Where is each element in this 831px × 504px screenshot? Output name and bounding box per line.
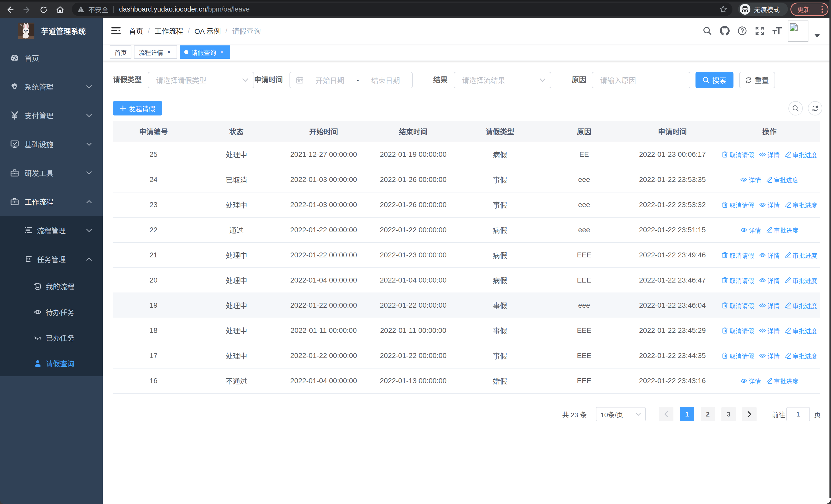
approval-progress-link[interactable]: 审批进度 bbox=[785, 276, 817, 285]
approval-progress-link[interactable]: 审批进度 bbox=[766, 377, 798, 385]
toggle-search-button[interactable] bbox=[789, 101, 803, 116]
table-row[interactable]: 25 处理中 2021-12-27 00:00:00 2022-01-19 00… bbox=[113, 142, 820, 167]
browser-forward-button[interactable] bbox=[20, 2, 34, 18]
detail-link[interactable]: 详情 bbox=[759, 251, 780, 260]
url-text: dashboard.yudao.iocoder.cn/bpm/oa/leave bbox=[119, 5, 250, 13]
approval-progress-link[interactable]: 审批进度 bbox=[785, 150, 817, 159]
font-size-button[interactable] bbox=[768, 18, 786, 43]
tag-process-detail[interactable]: 流程详情× bbox=[134, 46, 177, 59]
browser-update-button[interactable]: 更新 bbox=[791, 3, 828, 16]
detail-link[interactable]: 详情 bbox=[759, 200, 780, 209]
refresh-table-button[interactable] bbox=[808, 101, 822, 116]
approval-progress-link[interactable]: 审批进度 bbox=[785, 200, 817, 209]
approval-progress-link[interactable]: 审批进度 bbox=[785, 351, 817, 360]
sidebar-item-task-mgmt[interactable]: 任务管理 bbox=[0, 245, 103, 273]
detail-link[interactable]: 详情 bbox=[759, 326, 780, 335]
page-button-2[interactable]: 2 bbox=[700, 407, 715, 421]
sidebar-item-todo-tasks[interactable]: 待办任务 bbox=[0, 299, 103, 325]
close-icon[interactable]: × bbox=[165, 49, 172, 56]
apply-time-range-picker[interactable]: 开始日期 - 结束日期 bbox=[289, 72, 413, 88]
detail-link[interactable]: 详情 bbox=[740, 226, 761, 235]
cell-reason: eee bbox=[542, 167, 626, 192]
create-leave-button[interactable]: 发起请假 bbox=[113, 101, 162, 116]
detail-link[interactable]: 详情 bbox=[759, 351, 780, 360]
page-button-3[interactable]: 3 bbox=[721, 407, 736, 421]
cancel-leave-link[interactable]: 取消请假 bbox=[722, 150, 754, 159]
cancel-leave-link[interactable]: 取消请假 bbox=[722, 251, 754, 260]
tag-home[interactable]: 首页 bbox=[110, 46, 132, 59]
approval-progress-link[interactable]: 审批进度 bbox=[785, 301, 817, 310]
user-avatar-menu[interactable] bbox=[786, 18, 816, 43]
sidebar-item-infrastructure[interactable]: 基础设施 bbox=[0, 130, 103, 158]
github-link[interactable] bbox=[716, 18, 734, 43]
page-button-1[interactable]: 1 bbox=[680, 407, 694, 421]
date-range-separator: - bbox=[356, 76, 359, 84]
cancel-leave-link[interactable]: 取消请假 bbox=[722, 351, 754, 360]
detail-link[interactable]: 详情 bbox=[740, 377, 761, 385]
sidebar-item-process-mgmt[interactable]: 流程管理 bbox=[0, 216, 103, 245]
page-size-select[interactable]: 10条/页 bbox=[596, 407, 646, 421]
detail-link[interactable]: 详情 bbox=[740, 175, 761, 184]
breadcrumb-item[interactable]: 首页 bbox=[129, 26, 143, 36]
cancel-leave-link[interactable]: 取消请假 bbox=[722, 200, 754, 209]
address-bar[interactable]: 不安全 dashboard.yudao.iocoder.cn/bpm/oa/le… bbox=[72, 3, 733, 16]
sidebar-item-payment[interactable]: 支付管理 bbox=[0, 101, 103, 130]
table-row[interactable]: 18 处理中 2022-01-11 00:00:00 2022-01-11 00… bbox=[113, 318, 820, 343]
table-row[interactable]: 22 通过 2022-01-22 00:00:00 2022-01-22 00:… bbox=[113, 217, 820, 243]
browser-back-button[interactable] bbox=[3, 2, 18, 18]
window-top-edge bbox=[0, 0, 831, 2]
result-select[interactable]: 请选择流结果 bbox=[454, 72, 551, 88]
browser-home-button[interactable] bbox=[53, 2, 67, 18]
sidebar-item-devtools[interactable]: 研发工具 bbox=[0, 158, 103, 187]
detail-link[interactable]: 详情 bbox=[759, 301, 780, 310]
breadcrumb-item[interactable]: OA 示例 bbox=[195, 26, 221, 36]
sidebar-item-my-process[interactable]: 我的流程 bbox=[0, 273, 103, 299]
table-row[interactable]: 17 处理中 2022-01-22 00:00:00 2022-01-22 00… bbox=[113, 343, 820, 368]
date-start-placeholder[interactable]: 开始日期 bbox=[303, 75, 356, 85]
table-row[interactable]: 19 处理中 2022-01-22 00:00:00 2022-01-22 00… bbox=[113, 293, 820, 318]
close-icon[interactable]: × bbox=[218, 49, 225, 56]
browser-reload-button[interactable] bbox=[36, 2, 51, 18]
table-row[interactable]: 16 不通过 2022-01-04 00:00:00 2022-01-13 00… bbox=[113, 368, 820, 394]
sidebar-item-system[interactable]: 系统管理 bbox=[0, 72, 103, 101]
sidebar-logo[interactable]: 芋道管理系统 bbox=[0, 18, 103, 43]
approval-progress-label: 审批进度 bbox=[774, 377, 798, 385]
goto-page-input[interactable]: 1 bbox=[786, 407, 810, 421]
sidebar-item-done-tasks[interactable]: 已办任务 bbox=[0, 325, 103, 351]
cancel-leave-link[interactable]: 取消请假 bbox=[722, 326, 754, 335]
next-page-button[interactable] bbox=[742, 407, 756, 421]
browser-menu-icon[interactable] bbox=[822, 6, 823, 13]
approval-progress-link[interactable]: 审批进度 bbox=[785, 251, 817, 260]
sidebar-item-home[interactable]: 首页 bbox=[0, 43, 103, 72]
approval-progress-link[interactable]: 审批进度 bbox=[766, 226, 798, 235]
trash-icon bbox=[722, 202, 728, 208]
leave-type-select[interactable]: 请选择请假类型 bbox=[148, 72, 254, 88]
detail-link[interactable]: 详情 bbox=[759, 276, 780, 285]
cancel-leave-label: 取消请假 bbox=[729, 326, 754, 335]
bookmark-star-icon[interactable] bbox=[719, 5, 727, 13]
date-end-placeholder[interactable]: 结束日期 bbox=[359, 75, 412, 85]
help-button[interactable] bbox=[734, 18, 751, 43]
table-row[interactable]: 24 已取消 2022-01-03 00:00:00 2022-01-26 00… bbox=[113, 167, 820, 192]
table-row[interactable]: 20 处理中 2022-01-04 00:00:00 2022-01-04 00… bbox=[113, 268, 820, 293]
table-row[interactable]: 23 处理中 2022-01-03 00:00:00 2022-01-26 00… bbox=[113, 192, 820, 217]
tag-label: 首页 bbox=[114, 48, 127, 57]
detail-link[interactable]: 详情 bbox=[759, 150, 780, 159]
prev-page-button[interactable] bbox=[659, 407, 674, 421]
sidebar-item-leave-query[interactable]: 请假查询 bbox=[0, 351, 103, 376]
tag-leave-query[interactable]: 请假查询× bbox=[180, 46, 230, 59]
search-button[interactable]: 搜索 bbox=[695, 72, 734, 88]
cancel-leave-link[interactable]: 取消请假 bbox=[722, 301, 754, 310]
cancel-leave-link[interactable]: 取消请假 bbox=[722, 276, 754, 285]
sidebar-collapse-button[interactable] bbox=[111, 27, 121, 35]
breadcrumb-item[interactable]: 工作流程 bbox=[154, 26, 183, 36]
approval-progress-link[interactable]: 审批进度 bbox=[766, 175, 798, 184]
table-body: 25 处理中 2021-12-27 00:00:00 2022-01-19 00… bbox=[113, 142, 820, 394]
table-row[interactable]: 21 处理中 2022-01-22 00:00:00 2022-01-23 00… bbox=[113, 243, 820, 268]
reset-button[interactable]: 重置 bbox=[739, 72, 775, 88]
fullscreen-button[interactable] bbox=[751, 18, 768, 43]
reason-input[interactable]: 请输入原因 bbox=[592, 72, 690, 88]
sidebar-item-workflow[interactable]: 工作流程 bbox=[0, 187, 103, 216]
approval-progress-link[interactable]: 审批进度 bbox=[785, 326, 817, 335]
header-search-button[interactable] bbox=[698, 18, 716, 43]
